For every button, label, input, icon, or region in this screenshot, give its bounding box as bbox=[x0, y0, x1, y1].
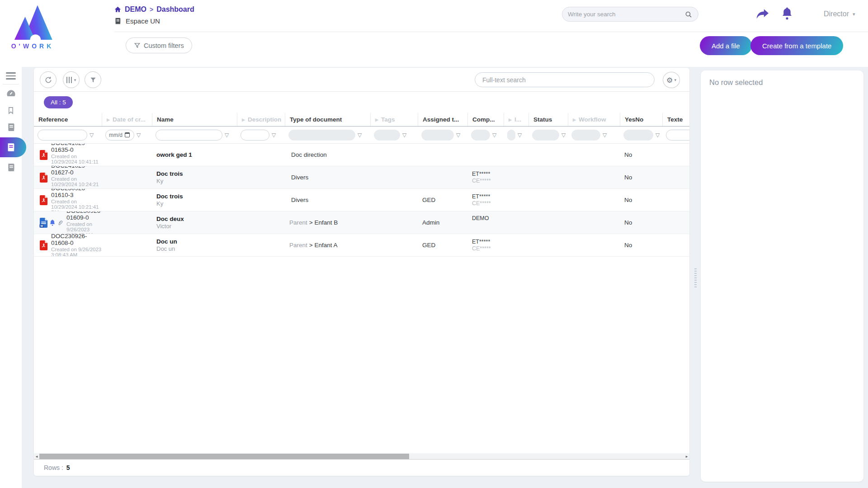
horizontal-scrollbar[interactable]: ◂ ▸ bbox=[34, 453, 689, 460]
columns-button[interactable]: ▾ bbox=[63, 71, 80, 88]
column-header-texte[interactable]: Texte bbox=[662, 113, 689, 126]
all-rows-badge[interactable]: All : 5 bbox=[44, 96, 73, 108]
filter-input-name[interactable] bbox=[156, 130, 222, 141]
row-type: Doc direction bbox=[291, 151, 327, 158]
table-filter-row: ▽ mm/d▽ ▽ ▽ ▽ ▽ ▽ ▽ ▽ ▽ ▽ ▽ bbox=[34, 127, 689, 144]
filter-funnel-icon[interactable]: ▽ bbox=[492, 132, 496, 138]
sort-arrow-icon: ▶ bbox=[375, 117, 378, 122]
table-row[interactable]: W DOC230926-01609-0Created on 9/26/2023 … bbox=[34, 211, 689, 234]
filter-funnel-icon[interactable]: ▽ bbox=[272, 132, 276, 138]
breadcrumb-current[interactable]: Dashboard bbox=[156, 5, 194, 14]
table-toolbar: ▾ ⚙ ▾ bbox=[34, 68, 689, 92]
filter-input-texte[interactable] bbox=[666, 130, 689, 141]
table: Reference ▶Date of cr... Name ▶Descripti… bbox=[34, 113, 689, 453]
funnel-icon bbox=[134, 42, 141, 49]
column-header-tags[interactable]: ▶Tags bbox=[370, 113, 418, 126]
column-header-status[interactable]: Status bbox=[528, 113, 568, 126]
share-arrow-icon bbox=[756, 8, 769, 20]
filter-funnel-icon[interactable]: ▽ bbox=[518, 132, 522, 138]
custom-filters-button[interactable]: Custom filters bbox=[126, 38, 192, 53]
column-header-assigned[interactable]: Assigned t... bbox=[418, 113, 467, 126]
column-label: I... bbox=[514, 116, 521, 123]
row-type: Divers bbox=[291, 197, 308, 203]
filter-funnel-icon[interactable]: ▽ bbox=[456, 132, 460, 138]
row-reference: DOC241029-01627-0 bbox=[51, 166, 102, 176]
filter-disabled-workflow bbox=[571, 130, 600, 141]
filter-input-description[interactable] bbox=[241, 130, 269, 141]
row-assigned: GED bbox=[418, 189, 467, 211]
calendar-icon[interactable] bbox=[125, 132, 130, 137]
notifications-button[interactable] bbox=[781, 7, 793, 20]
sidebar-item-dashboard[interactable] bbox=[5, 88, 16, 99]
table-settings-button[interactable]: ⚙ ▾ bbox=[663, 72, 680, 88]
share-button[interactable] bbox=[756, 8, 769, 20]
row-reference: DOC230926-01610-3 bbox=[51, 189, 102, 198]
filter-funnel-icon[interactable]: ▽ bbox=[90, 132, 94, 138]
filter-funnel-icon[interactable]: ▽ bbox=[561, 132, 566, 138]
row-assigned: Admin bbox=[418, 211, 467, 234]
column-header-type[interactable]: Type of document bbox=[285, 113, 370, 126]
table-row[interactable]: DOC241029-01627-0Created on 10/29/2024 1… bbox=[34, 166, 689, 189]
column-header-date-created[interactable]: ▶Date of cr... bbox=[102, 113, 152, 126]
word-file-icon: W bbox=[39, 217, 48, 228]
column-label: Type of document bbox=[290, 116, 342, 123]
column-header-workflow[interactable]: ▶Workflow bbox=[568, 113, 620, 126]
filter-date-created[interactable]: mm/d bbox=[105, 130, 134, 141]
table-footer: Rows : 5 bbox=[34, 460, 689, 476]
breadcrumb: DEMO > Dashboard bbox=[114, 5, 194, 14]
global-search-input[interactable] bbox=[568, 11, 684, 18]
documents-table-card: ▾ ⚙ ▾ All : 5 Reference ▶Date of cr... N… bbox=[34, 68, 689, 476]
sidebar-item-documents-active[interactable] bbox=[0, 137, 26, 157]
svg-text:W: W bbox=[40, 225, 43, 227]
panel-resize-handle[interactable] bbox=[694, 268, 697, 287]
fulltext-search[interactable] bbox=[475, 72, 655, 87]
filter-funnel-icon[interactable]: ▽ bbox=[603, 132, 607, 138]
filter-funnel-icon[interactable]: ▽ bbox=[137, 132, 141, 138]
filter-funnel-icon[interactable]: ▽ bbox=[656, 132, 660, 138]
create-from-template-button[interactable]: Create from a template bbox=[750, 36, 843, 55]
filter-button[interactable] bbox=[85, 71, 101, 88]
global-search[interactable] bbox=[562, 7, 698, 22]
row-yesno: No bbox=[620, 234, 662, 256]
filter-input-reference[interactable] bbox=[38, 130, 87, 141]
column-header-description[interactable]: ▶Description bbox=[237, 113, 285, 126]
table-row[interactable]: DOC241029-01635-0Created on 10/29/2024 1… bbox=[34, 144, 689, 166]
row-name-sub: Ky bbox=[156, 200, 163, 207]
column-header-yesno[interactable]: YesNo bbox=[620, 113, 662, 126]
breadcrumb-home[interactable]: DEMO bbox=[125, 5, 146, 14]
filter-funnel-icon[interactable]: ▽ bbox=[225, 132, 229, 138]
app-logo[interactable]: O'WORK bbox=[6, 3, 59, 50]
row-type-prefix: Parent bbox=[289, 242, 307, 249]
column-header-name[interactable]: Name bbox=[152, 113, 237, 126]
row-type: > Enfant B bbox=[309, 219, 338, 226]
filter-funnel-icon[interactable]: ▽ bbox=[358, 132, 362, 138]
table-row[interactable]: DOC230926-01610-3Created on 10/29/2024 1… bbox=[34, 189, 689, 211]
sidebar-item-library[interactable] bbox=[5, 122, 16, 132]
sidebar-item-archive[interactable] bbox=[5, 162, 16, 173]
row-yesno: No bbox=[620, 144, 662, 166]
column-header-company[interactable]: Comp... bbox=[467, 113, 504, 126]
row-name-sub: Doc un bbox=[156, 245, 175, 252]
scroll-right-arrow[interactable]: ▸ bbox=[684, 453, 689, 459]
search-icon[interactable] bbox=[684, 10, 693, 19]
sort-arrow-icon: ▶ bbox=[509, 117, 512, 122]
top-bar: O'WORK DEMO > Dashboard Espace UN Custom… bbox=[0, 0, 868, 67]
column-header-i[interactable]: ▶I... bbox=[504, 113, 528, 126]
row-name-sub: Ky bbox=[156, 178, 163, 184]
add-file-button[interactable]: Add a file bbox=[700, 36, 752, 55]
mountain-logo-icon bbox=[12, 3, 53, 40]
table-row[interactable]: DOC230926-01608-0Created on 9/26/2023 3:… bbox=[34, 234, 689, 257]
refresh-button[interactable] bbox=[40, 71, 57, 88]
column-header-reference[interactable]: Reference bbox=[34, 113, 102, 126]
scroll-left-arrow[interactable]: ◂ bbox=[34, 453, 39, 459]
sort-arrow-icon: ▶ bbox=[573, 117, 576, 122]
caret-down-icon: ▾ bbox=[674, 78, 676, 82]
home-icon[interactable] bbox=[114, 6, 122, 13]
filter-funnel-icon[interactable]: ▽ bbox=[402, 132, 406, 138]
fulltext-search-input[interactable] bbox=[482, 76, 647, 84]
scrollbar-thumb[interactable] bbox=[39, 454, 409, 459]
sidebar-item-bookmarks[interactable] bbox=[5, 105, 16, 116]
sort-arrow-icon: ▶ bbox=[107, 117, 110, 122]
sidebar-toggle-button[interactable] bbox=[6, 70, 16, 81]
user-menu[interactable]: Director ▾ bbox=[824, 10, 855, 18]
